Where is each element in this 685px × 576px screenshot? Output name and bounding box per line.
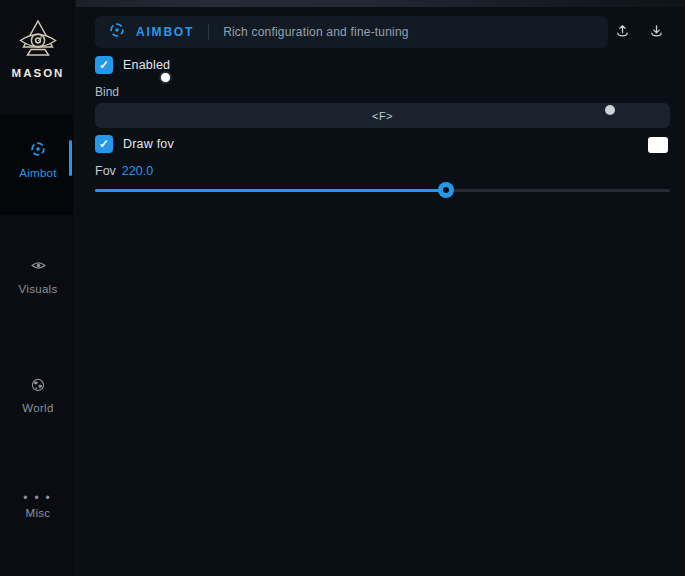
fov-slider[interactable]	[95, 182, 670, 198]
brand-name: MASON	[0, 67, 76, 79]
sidebar-item-misc[interactable]: • • • Misc	[0, 494, 76, 519]
fov-slider-fill	[95, 189, 446, 192]
fov-label: Fov	[95, 164, 116, 178]
sidebar: MASON Aimbot Visuals	[0, 0, 76, 576]
sidebar-item-visuals[interactable]: Visuals	[0, 257, 76, 295]
fov-value-row: Fov 220.0	[95, 164, 153, 178]
draw-fov-checkbox[interactable]	[95, 135, 113, 153]
page-subtitle: Rich configuration and fine-tuning	[223, 25, 409, 39]
ellipsis-icon: • • •	[23, 494, 53, 502]
sidebar-item-label: Visuals	[19, 283, 58, 295]
cursor-dot	[161, 73, 170, 82]
bind-label: Bind	[95, 85, 119, 99]
enabled-label: Enabled	[123, 58, 170, 72]
globe-icon	[30, 377, 46, 397]
sidebar-item-label: Aimbot	[19, 167, 57, 179]
upload-icon	[614, 22, 631, 43]
crosshair-icon	[29, 140, 47, 162]
enabled-checkbox[interactable]	[95, 56, 113, 74]
window-top-edge	[0, 0, 685, 7]
page-title: AIMBOT	[136, 25, 194, 39]
sidebar-item-label: World	[22, 402, 53, 414]
brand-logo: MASON	[0, 16, 76, 79]
sidebar-item-label: Misc	[26, 507, 51, 519]
sidebar-item-world[interactable]: World	[0, 377, 76, 414]
crosshair-icon	[108, 21, 126, 43]
download-config-button[interactable]	[644, 20, 668, 44]
download-icon	[648, 22, 665, 43]
sidebar-item-aimbot[interactable]: Aimbot	[0, 140, 76, 179]
enabled-row: Enabled	[95, 56, 170, 74]
fov-value: 220.0	[122, 164, 153, 178]
page-header: AIMBOT Rich configuration and fine-tunin…	[95, 16, 608, 48]
bind-key-input[interactable]: <F>	[95, 103, 670, 128]
header-divider	[208, 24, 209, 40]
all-seeing-eye-icon	[0, 16, 76, 64]
upload-config-button[interactable]	[610, 20, 634, 44]
draw-fov-row: Draw fov	[95, 135, 174, 153]
app-window: MASON Aimbot Visuals	[0, 0, 685, 576]
eye-icon	[30, 257, 47, 278]
draw-fov-label: Draw fov	[123, 137, 174, 151]
fov-color-swatch[interactable]	[648, 137, 668, 153]
cursor-dot-secondary	[605, 105, 615, 115]
fov-slider-handle[interactable]	[438, 182, 454, 198]
bind-key-value: <F>	[372, 110, 393, 122]
